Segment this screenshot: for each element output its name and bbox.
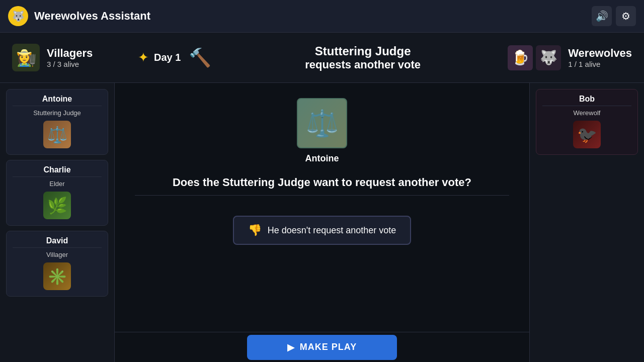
settings-icon: ⚙ <box>621 10 630 22</box>
app-title: Werewolves Assistant <box>34 10 592 23</box>
player-role-bob: Werewolf <box>574 109 601 117</box>
gavel-icon: 🔨 <box>189 47 211 68</box>
player-name-bob: Bob <box>542 95 631 104</box>
no-vote-label: He doesn't request another vote <box>268 225 396 236</box>
werewolves-section: 🍺 🐺 Werewolves 1 / 1 alive <box>506 45 632 70</box>
villagers-alive: 3 / 3 alive <box>47 60 93 68</box>
player-card-charlie: Charlie Elder 🌿 <box>6 160 108 226</box>
thumbs-down-icon: 👎 <box>248 224 262 237</box>
werewolves-alive: 1 / 1 alive <box>568 60 632 68</box>
player-name-antoine: Antoine <box>13 95 102 104</box>
player-card-antoine: Antoine Stuttering Judge ⚖️ <box>6 89 108 155</box>
make-play-label: MAKE PLAY <box>300 342 357 352</box>
no-vote-button[interactable]: 👎 He doesn't request another vote <box>233 216 412 245</box>
player-role-icon-bob: 🐦‍⬛ <box>573 121 601 148</box>
make-play-button[interactable]: ▶ MAKE PLAY <box>247 335 397 360</box>
elder-role-icon: 🌿 <box>47 196 67 215</box>
werewolves-label: Werewolves <box>568 47 632 60</box>
player-divider <box>13 106 102 106</box>
sound-button[interactable]: 🔊 <box>592 6 612 26</box>
judge-title-section: Stuttering Judge requests another vote <box>219 44 506 71</box>
protagonist-card: ⚖️ Antoine <box>297 98 347 164</box>
player-divider <box>13 176 102 177</box>
villagers-info: Villagers 3 / 3 alive <box>47 47 93 68</box>
gavel-area: 🔨 <box>189 47 211 68</box>
judge-title: Stuttering Judge <box>315 44 411 58</box>
logo-icon: 🐺 <box>12 10 25 22</box>
player-name-charlie: Charlie <box>13 165 102 174</box>
wolf-avatars: 🍺 🐺 <box>508 45 561 70</box>
beer-icon: 🍺 <box>512 49 529 66</box>
player-role-icon-charlie: 🌿 <box>43 192 71 219</box>
villagers-label: Villagers <box>47 47 93 60</box>
left-player-panel: Antoine Stuttering Judge ⚖️ Charlie Elde… <box>0 83 115 362</box>
right-player-panel: Bob Werewolf 🐦‍⬛ <box>529 83 644 362</box>
player-role-charlie: Elder <box>49 180 64 188</box>
app-logo: 🐺 <box>8 6 28 26</box>
player-card-david: David Villager ✳️ <box>6 231 108 297</box>
day-icon: ✦ <box>138 50 149 65</box>
player-role-david: Villager <box>46 251 68 258</box>
question-divider <box>135 195 509 196</box>
werewolves-info: Werewolves 1 / 1 alive <box>568 47 632 68</box>
judge-subtitle: requests another vote <box>305 58 421 71</box>
protagonist-image: ⚖️ <box>297 98 347 148</box>
main-content: Antoine Stuttering Judge ⚖️ Charlie Elde… <box>0 83 644 362</box>
wolf-avatar-wolf: 🐺 <box>536 45 561 70</box>
sound-icon: 🔊 <box>596 10 608 22</box>
center-panel: ⚖️ Antoine Does the Stuttering Judge wan… <box>115 83 529 362</box>
settings-button[interactable]: ⚙ <box>616 6 636 26</box>
play-icon: ▶ <box>287 342 295 353</box>
protagonist-icon: ⚖️ <box>306 108 339 139</box>
day-section: ✦ Day 1 <box>138 50 181 65</box>
player-divider <box>13 247 102 248</box>
villagers-avatar: 👩‍🌾 <box>12 44 40 71</box>
player-role-antoine: Stuttering Judge <box>33 109 81 117</box>
wolf-icon: 🐺 <box>540 49 557 66</box>
header-actions: 🔊 ⚙ <box>592 6 636 26</box>
player-card-bob: Bob Werewolf 🐦‍⬛ <box>536 89 638 155</box>
wolf-avatar-beer: 🍺 <box>508 45 533 70</box>
bottom-action-bar: ▶ MAKE PLAY <box>115 332 529 362</box>
werewolf-role-icon: 🐦‍⬛ <box>577 125 597 144</box>
protagonist-name: Antoine <box>305 153 339 164</box>
app-header: 🐺 Werewolves Assistant 🔊 ⚙ <box>0 0 644 33</box>
question-text: Does the Stuttering Judge want to reques… <box>173 176 471 189</box>
villagers-avatar-icon: 👩‍🌾 <box>16 48 36 67</box>
player-role-icon-david: ✳️ <box>43 262 71 290</box>
player-divider <box>542 106 631 106</box>
villagers-section: 👩‍🌾 Villagers 3 / 3 alive <box>12 44 138 71</box>
judge-role-icon: ⚖️ <box>47 125 67 144</box>
player-name-david: David <box>13 236 102 245</box>
player-role-icon-antoine: ⚖️ <box>43 121 71 148</box>
top-info-bar: 👩‍🌾 Villagers 3 / 3 alive ✦ Day 1 🔨 Stut… <box>0 33 644 83</box>
villager-role-icon: ✳️ <box>47 267 67 286</box>
day-label: Day 1 <box>154 52 181 63</box>
